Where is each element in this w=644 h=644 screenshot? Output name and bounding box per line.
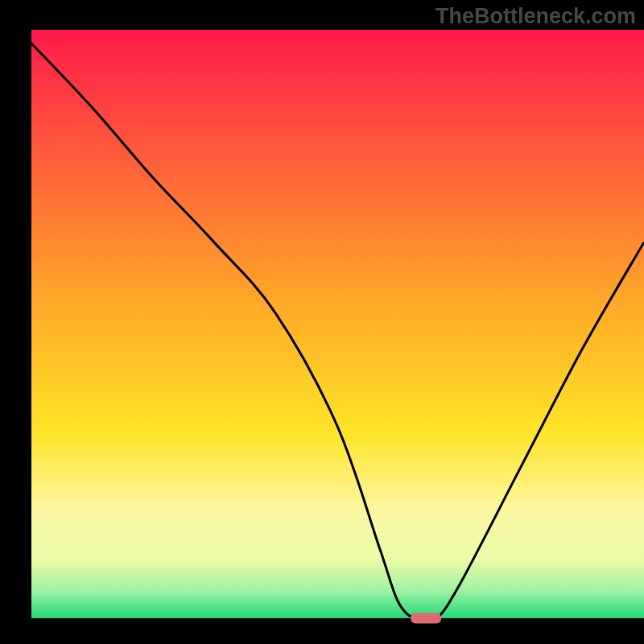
plot-background — [30, 30, 644, 620]
bottleneck-chart — [0, 0, 644, 644]
chart-container: TheBottleneck.com — [0, 0, 644, 644]
optimal-marker — [411, 613, 441, 624]
watermark-text: TheBottleneck.com — [436, 4, 636, 29]
